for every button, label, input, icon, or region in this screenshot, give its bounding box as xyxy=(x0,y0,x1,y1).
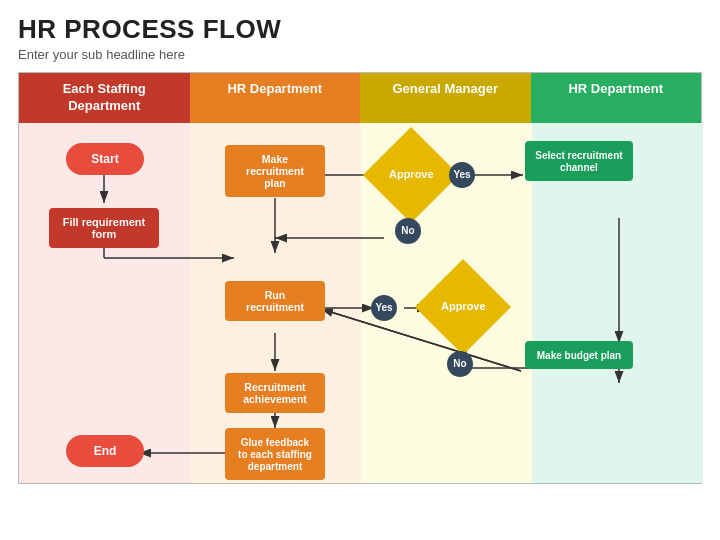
page: HR PROCESS FLOW Enter your sub headline … xyxy=(0,0,720,540)
header-col4: HR Department xyxy=(531,73,702,123)
yes2-connector: Yes xyxy=(371,295,397,321)
make-recruitment-node: Make recruitment plan xyxy=(225,145,325,197)
select-channel-node: Select recruitment channel xyxy=(525,141,633,181)
end-node: End xyxy=(66,435,144,467)
fill-req-rect: Fill requirement form xyxy=(49,208,159,248)
fill-req-node: Fill requirement form xyxy=(49,208,159,248)
header-col1: Each Staffing Department xyxy=(19,73,190,123)
approve2-diamond: Approve xyxy=(415,259,511,355)
flow-body: Start Fill requirement form End Make rec… xyxy=(19,123,703,483)
glue-feedback-node: Glue feedback to each staffing departmen… xyxy=(225,428,325,480)
approve2-node: Approve xyxy=(429,273,497,341)
run-recruitment-rect: Run recruitment xyxy=(225,281,325,321)
end-oval: End xyxy=(66,435,144,467)
start-node: Start xyxy=(66,143,144,175)
approve1-diamond: Approve xyxy=(363,127,459,223)
recruitment-achievement-rect: Recruitment achievement xyxy=(225,373,325,413)
flowchart: Each Staffing Department HR Department G… xyxy=(18,72,702,484)
run-recruitment-node: Run recruitment xyxy=(225,281,325,321)
make-budget-node: Make budget plan xyxy=(525,341,633,369)
yes1-circle: Yes xyxy=(449,162,475,188)
no2-connector: No xyxy=(447,351,473,377)
yes1-connector: Yes xyxy=(449,162,475,188)
approve1-node: Approve xyxy=(377,141,445,209)
select-channel-rect: Select recruitment channel xyxy=(525,141,633,181)
make-recruitment-rect: Make recruitment plan xyxy=(225,145,325,197)
subtitle: Enter your sub headline here xyxy=(18,47,702,62)
no1-circle: No xyxy=(395,218,421,244)
header-col2: HR Department xyxy=(190,73,361,123)
header-row: Each Staffing Department HR Department G… xyxy=(19,73,701,123)
start-oval: Start xyxy=(66,143,144,175)
glue-feedback-rect: Glue feedback to each staffing departmen… xyxy=(225,428,325,480)
title: HR PROCESS FLOW xyxy=(18,14,702,45)
no1-connector: No xyxy=(395,218,421,244)
col1-bg xyxy=(19,123,190,483)
no2-circle: No xyxy=(447,351,473,377)
header-col3: General Manager xyxy=(360,73,531,123)
make-budget-rect: Make budget plan xyxy=(525,341,633,369)
yes2-circle: Yes xyxy=(371,295,397,321)
recruitment-achievement-node: Recruitment achievement xyxy=(225,373,325,413)
